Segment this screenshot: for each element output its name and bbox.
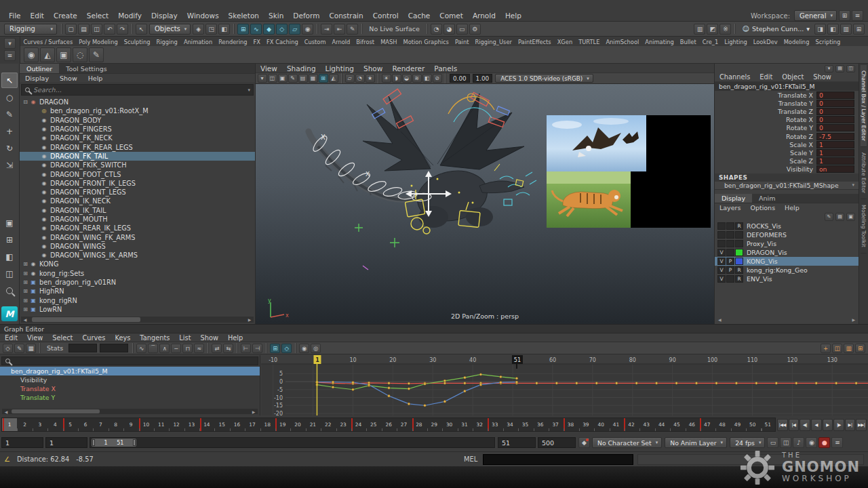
swap-buffer-curve-button[interactable]: ⇆ <box>223 344 233 353</box>
menu-item[interactable]: Windows <box>182 12 224 20</box>
shelf-tab[interactable]: Animating <box>642 38 677 46</box>
lock-camera-icon[interactable]: ▣ <box>278 74 288 83</box>
menu-item[interactable]: Create <box>49 12 82 20</box>
shelf-tab[interactable]: Rendering <box>216 38 250 46</box>
output-connections-icon[interactable]: ⇤ <box>334 24 345 35</box>
menu-item[interactable]: Display <box>146 12 182 20</box>
shelf-tab[interactable]: Rigging <box>153 38 180 46</box>
animation-preferences-icon[interactable]: ≡ <box>831 437 843 448</box>
shelf-tab[interactable]: Lighting <box>722 38 751 46</box>
unify-tangents-button[interactable]: ⊣ <box>252 344 262 353</box>
render-view-icon[interactable]: ▭ <box>456 24 468 35</box>
menu-item[interactable]: Help <box>500 12 526 20</box>
layer-playback-toggle[interactable] <box>726 275 734 283</box>
shelf-tab[interactable]: TURTLE <box>576 38 603 46</box>
menu-item[interactable]: Options <box>745 204 780 211</box>
gamma-field[interactable]: 1.00 <box>473 74 493 83</box>
expander-icon[interactable]: ⊞ <box>22 279 29 285</box>
graph-channel-row[interactable]: Translate X <box>0 384 260 393</box>
xray-icon[interactable]: ◧ <box>422 74 432 83</box>
channel-value-field[interactable]: 1 <box>816 157 854 165</box>
shelf-tab[interactable]: XGen <box>554 38 575 46</box>
workspace-menu-icon[interactable]: ≡ <box>852 10 863 21</box>
menu-item[interactable]: Skeleton <box>224 12 264 20</box>
camera-attributes-icon[interactable]: ✎ <box>288 74 298 83</box>
channel-row[interactable]: Scale Y 1 <box>715 148 859 157</box>
anim-layer-select[interactable]: No Anim Layer▾ <box>665 437 727 448</box>
shelf-tab[interactable]: Poly Modeling <box>76 38 121 46</box>
set-key-icon[interactable]: ◆ <box>578 437 590 448</box>
outliner-row[interactable]: ◉ DRAGON_FKIK_SWITCH <box>20 161 255 169</box>
layer-visibility-toggle[interactable]: V <box>717 258 726 265</box>
lights-icon[interactable]: ☀ <box>382 74 391 83</box>
select-camera-icon[interactable]: ◫ <box>268 74 277 83</box>
step-forward-key-button[interactable]: ▶| <box>845 419 856 431</box>
menu-item[interactable]: Lighting <box>321 64 359 73</box>
channel-manip-icon[interactable]: ◫ <box>846 65 855 73</box>
rotate-tool[interactable]: ↻ <box>1 140 18 156</box>
snap-projected-center-icon[interactable]: ◇ <box>276 24 288 35</box>
panel-tab[interactable]: Outliner <box>20 64 59 73</box>
shelf-tab[interactable]: Motion Graphics <box>400 38 452 46</box>
channel-row[interactable]: Translate Y 0 <box>715 99 859 107</box>
motion-blur-icon[interactable]: ≋ <box>412 74 422 83</box>
buffer-curve-snapshot-button[interactable]: ⇄ <box>212 344 222 353</box>
render-settings-icon[interactable]: ⚙ <box>469 24 481 35</box>
viewport-canvas[interactable]: X X <box>256 84 714 324</box>
snap-curve-icon[interactable]: ∿ <box>250 24 262 35</box>
menu-item[interactable]: Channels <box>715 73 755 81</box>
layer-playback-toggle[interactable] <box>726 231 734 239</box>
graph-channel-row[interactable]: ben_dragon_rig_v01:FKTail5_M <box>0 367 260 375</box>
menu-item[interactable]: Cache <box>403 12 435 20</box>
outliner-row[interactable]: ◉ DRAGON_FOOT_CTLS <box>20 169 255 178</box>
menu-set-select[interactable]: Rigging▾ <box>4 24 57 35</box>
play-forwards-button[interactable]: ▶ <box>823 419 833 431</box>
range-slider-bar[interactable]: 1 51 <box>92 439 136 447</box>
shelf-tool-icon[interactable]: ◌ <box>73 47 87 62</box>
layer-playback-toggle[interactable]: P <box>726 258 734 265</box>
hud-icon[interactable]: ◫ <box>780 437 791 448</box>
menu-item[interactable]: Object <box>777 73 808 81</box>
hypershade-icon[interactable]: ◩ <box>707 24 718 35</box>
shelf-tool-icon[interactable]: ◉ <box>24 47 39 62</box>
character-set-select[interactable]: No Character Set▾ <box>592 437 662 448</box>
menu-item[interactable]: Show <box>808 73 835 81</box>
layer-playback-toggle[interactable]: P <box>726 266 734 274</box>
shelf-tab[interactable]: Curves / Surfaces <box>20 38 76 46</box>
layer-visibility-toggle[interactable] <box>717 240 726 247</box>
channel-value-field[interactable]: -7.5 <box>816 133 854 140</box>
outliner-row[interactable]: ⊞ ▣ kong_rigRN <box>20 296 255 305</box>
shelf-tool-icon[interactable]: ◭ <box>40 47 55 62</box>
layer-row[interactable]: V R ENV_Vis <box>715 274 859 283</box>
open-scene-icon[interactable]: ▤ <box>78 24 90 35</box>
channel-row[interactable]: Rotate Y 0 <box>715 124 859 132</box>
workspace-controls-icon[interactable]: ⊞ <box>853 24 865 35</box>
shelf-tab[interactable]: Scripting <box>812 38 844 46</box>
menu-item[interactable]: Skin <box>264 12 288 20</box>
outliner-row[interactable]: ⊞ ◉ KONG <box>20 260 255 268</box>
outliner-search-input[interactable]: Search... ▾ <box>21 84 254 96</box>
user-account[interactable]: ☺Stephen Cunn...▾ <box>738 23 814 35</box>
select-tool[interactable]: ↖ <box>1 73 18 88</box>
panel-tab[interactable]: Tool Settings <box>59 64 113 73</box>
modeling-toolkit-icon[interactable]: ▥ <box>694 24 705 35</box>
persp-outliner-layout-button[interactable]: ◫ <box>1 266 18 281</box>
xgen-icon[interactable]: ※ <box>719 24 731 35</box>
outliner-row[interactable]: ◉ DRAGON_FK_TAIL <box>20 152 255 161</box>
channel-speed-icon[interactable]: ▤ <box>835 65 844 73</box>
scroll-right-icon[interactable]: ▶ <box>250 409 258 414</box>
expander-icon[interactable]: ⊞ <box>22 288 29 294</box>
channel-value-field[interactable]: 0 <box>816 108 854 115</box>
frame-all-icon[interactable]: ◫ <box>832 344 842 353</box>
outliner-row[interactable]: ◉ DRAGON_WINGS_IK_ARMS <box>20 251 255 260</box>
save-scene-icon[interactable]: ◫ <box>91 24 102 35</box>
go-to-end-button[interactable]: ▶▶| <box>856 419 867 431</box>
channel-row[interactable]: Rotate X 0 <box>715 116 859 124</box>
menu-item[interactable]: Modify <box>113 12 146 20</box>
sound-icon[interactable]: ♪ <box>793 437 804 448</box>
menu-item[interactable]: Help <box>223 334 248 342</box>
layer-visibility-toggle[interactable] <box>717 222 726 230</box>
expander-icon[interactable]: ⊞ <box>22 261 29 267</box>
shelf-tab[interactable]: Bifrost <box>353 38 378 46</box>
outliner-row[interactable]: ◉ DRAGON_WINGS <box>20 242 255 251</box>
